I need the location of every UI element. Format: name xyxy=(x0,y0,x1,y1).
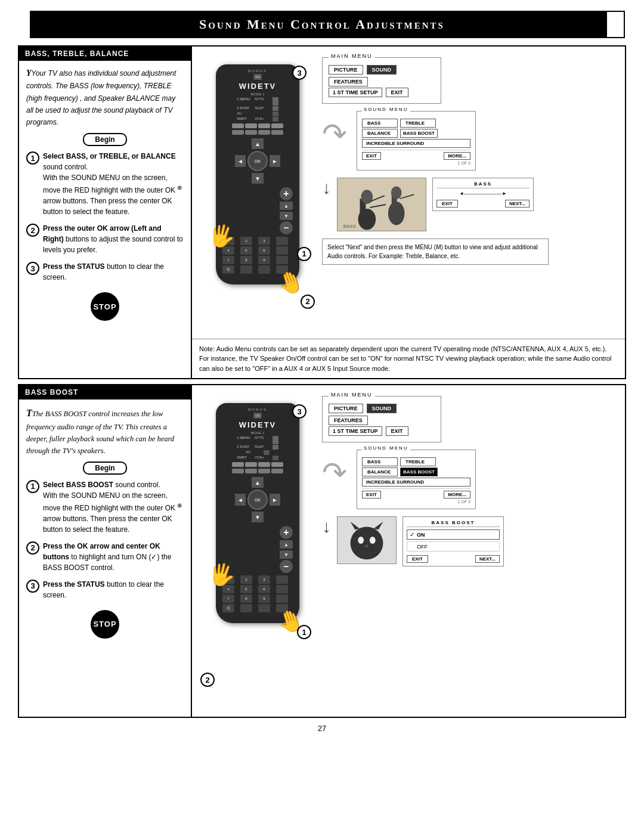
svg-point-16 xyxy=(370,537,376,544)
section1-bass-area: ↓ xyxy=(322,178,614,231)
curve-arrow-1: ↷ xyxy=(322,117,347,151)
step3-num: 3 xyxy=(26,262,39,275)
sm-balance-btn[interactable]: BALANCE xyxy=(362,129,398,138)
remote2-top-label: BONUS xyxy=(219,408,296,411)
sm-bass-btn[interactable]: BASS xyxy=(362,119,398,128)
stop-circle-2: STOP xyxy=(91,610,119,639)
svg-point-3 xyxy=(361,190,373,204)
main-menu-box-2: MAIN MENU PICTURE SOUND FEATURES 1 ST TI… xyxy=(322,396,441,442)
incredible-surround-btn[interactable]: INCREDIBLE SURROUND xyxy=(362,139,470,148)
sm2-treble-btn[interactable]: TREBLE xyxy=(400,457,436,466)
title-corner-box xyxy=(606,11,625,38)
sm-treble-btn[interactable]: TREBLE xyxy=(400,119,436,128)
remote1-step1-badge: 1 xyxy=(297,247,311,261)
step2-text: Press the outer OK arrow (Left and Right… xyxy=(43,223,184,255)
picture-btn[interactable]: PICTURE xyxy=(329,65,363,75)
main-menu-label-2: MAIN MENU xyxy=(329,392,375,398)
sm2-more-btn[interactable]: MORE... xyxy=(444,491,470,498)
picture-btn-2[interactable]: PICTURE xyxy=(329,404,363,413)
sm-bassboost-btn[interactable]: BASS BOOST xyxy=(400,129,438,138)
section1-stop: STOP xyxy=(26,292,184,321)
sound-btn-selected[interactable]: SOUND xyxy=(367,65,397,75)
section-bass-boost: Bass Boost TThe BASS BOOST control incre… xyxy=(18,384,626,718)
section2-menus-col: MAIN MENU PICTURE SOUND FEATURES 1 ST TI… xyxy=(317,391,619,711)
remote1-top-label: BONUS xyxy=(219,69,296,73)
setup-btn[interactable]: 1 ST TIME SETUP xyxy=(329,88,382,97)
remote1-step3-badge: 3 xyxy=(292,66,306,80)
remote2-finger-left: 🖐 xyxy=(207,560,238,589)
exit-btn-main[interactable]: EXIT xyxy=(386,88,408,97)
remote2-step3-badge: 3 xyxy=(292,404,306,419)
section1-content: YYour TV also has individual sound adjus… xyxy=(19,61,191,327)
main-menu-label: MAIN MENU xyxy=(329,53,375,59)
main-menu-box: MAIN MENU PICTURE SOUND FEATURES 1 ST TI… xyxy=(322,57,441,104)
section2-right-content: 3 1 2 BONUS ON WIDEТV MODE 1 1 MENU STTS xyxy=(192,385,625,717)
section2-content: TThe BASS BOOST control increases the lo… xyxy=(19,400,191,645)
svg-rect-0 xyxy=(338,178,426,231)
section1-step1: 1 Select BASS, or TREBLE, or BALANCE sou… xyxy=(26,151,184,217)
speaker-image xyxy=(337,516,397,564)
section1-menus-col: MAIN MENU PICTURE SOUND FEATURES 1 ST TI… xyxy=(317,52,619,333)
sm-exit-btn[interactable]: EXIT xyxy=(362,152,381,160)
sm2-bassboost-btn-selected[interactable]: BASS BOOST xyxy=(400,467,438,476)
setup-btn-2[interactable]: 1 ST TIME SETUP xyxy=(329,426,382,436)
features-btn-2[interactable]: FEATURES xyxy=(329,416,368,425)
s2-step2-text: Press the OK arrow and center OK buttons… xyxy=(43,541,184,573)
remote2-mode: MODE 1 xyxy=(219,431,296,435)
select-next-note: Select "Next" and then press the MENU (M… xyxy=(322,239,549,265)
sound-btn-selected-2[interactable]: SOUND xyxy=(367,404,397,413)
section2-left-panel: Bass Boost TThe BASS BOOST control incre… xyxy=(19,385,192,717)
page-title: Sound Menu Control Adjustments xyxy=(42,17,602,32)
down-arrow-2: ↓ xyxy=(322,516,331,537)
page-title-bar: Sound Menu Control Adjustments xyxy=(30,11,614,38)
bass-boost-screen-label: BASS BOOST xyxy=(407,520,500,527)
features-btn[interactable]: FEATURES xyxy=(329,77,368,86)
bass-exit-btn[interactable]: EXIT xyxy=(436,200,458,208)
section2-menus-right: ↷ SOUND MENU BASS TREBLE BALANCE BASS BO… xyxy=(322,450,614,509)
remote1-body: BONUS ON WIDEТV MODE 1 1 MENU STTS 2 SUR… xyxy=(216,64,299,284)
svg-point-12 xyxy=(351,527,383,559)
section1-left-panel: Bass, Treble, Balance YYour TV also has … xyxy=(19,47,192,378)
exit-btn-main-2[interactable]: EXIT xyxy=(386,426,408,436)
sm2-bass-btn[interactable]: BASS xyxy=(362,457,398,466)
bass-screen-label: BASS xyxy=(436,181,530,188)
sm-footer: 1 OF 3 xyxy=(362,161,470,165)
boost-off-label[interactable]: OFF xyxy=(417,544,428,550)
remote1-brand: WIDEТV xyxy=(219,82,296,91)
section2-step2: 2 Press the OK arrow and center OK butto… xyxy=(26,541,184,573)
section2-remote-area: 3 1 2 BONUS ON WIDEТV MODE 1 1 MENU STTS xyxy=(198,391,317,711)
sm2-balance-btn[interactable]: BALANCE xyxy=(362,467,398,476)
section2-stop: STOP xyxy=(26,610,184,639)
down-arrow-1: ↓ xyxy=(322,178,331,198)
sm-more-btn[interactable]: MORE... xyxy=(444,152,470,160)
bass-control-screen: BASS ◄————————► EXIT NEXT... xyxy=(432,178,534,211)
svg-point-15 xyxy=(358,537,364,544)
remote1-mode: MODE 1 xyxy=(219,92,296,96)
incredible-surround-btn-2[interactable]: INCREDIBLE SURROUND xyxy=(362,478,470,487)
section1-step3: 3 Press the STATUS button to clear the s… xyxy=(26,261,184,283)
sm2-exit-btn[interactable]: EXIT xyxy=(362,491,381,498)
curve-arrow-2: ↷ xyxy=(322,456,347,490)
bass-next-btn[interactable]: NEXT... xyxy=(505,200,530,208)
boost-next-btn[interactable]: NEXT... xyxy=(475,555,500,563)
section2-step1: 1 Select BASS BOOST sound control.With t… xyxy=(26,479,184,535)
s2-step1-text: Select BASS BOOST sound control.With the… xyxy=(43,479,184,535)
svg-text:BASS: BASS xyxy=(343,224,356,229)
s2-step3-text: Press the STATUS button to clear the scr… xyxy=(43,579,184,600)
sound-menu-box-2: SOUND MENU BASS TREBLE BALANCE BASS BOOS… xyxy=(357,450,476,509)
boost-on-label[interactable]: ON xyxy=(417,532,425,538)
boost-exit-btn[interactable]: EXIT xyxy=(407,555,428,563)
svg-point-8 xyxy=(391,186,402,199)
sound-menu-box: SOUND MENU BASS TREBLE BALANCE BASS BOOS… xyxy=(357,111,476,171)
page-number: 27 xyxy=(0,724,644,733)
section2-begin-badge: Begin xyxy=(83,462,126,475)
section2-boost-area: ↓ xyxy=(322,516,614,566)
s2-step3-num: 3 xyxy=(26,580,39,593)
remote2-step2-badge: 2 xyxy=(200,673,215,687)
sound-menu-label-2: SOUND MENU xyxy=(362,445,410,451)
remote1-step2-badge: 2 xyxy=(301,295,315,309)
audio-note: Note: Audio Menu controls can be set as … xyxy=(192,339,625,379)
sound-menu-label: SOUND MENU xyxy=(362,107,410,112)
remote1-okpad: ▲ ▼ ◄ ► OK xyxy=(234,137,281,185)
section1-step2: 2 Press the outer OK arrow (Left and Rig… xyxy=(26,223,184,255)
